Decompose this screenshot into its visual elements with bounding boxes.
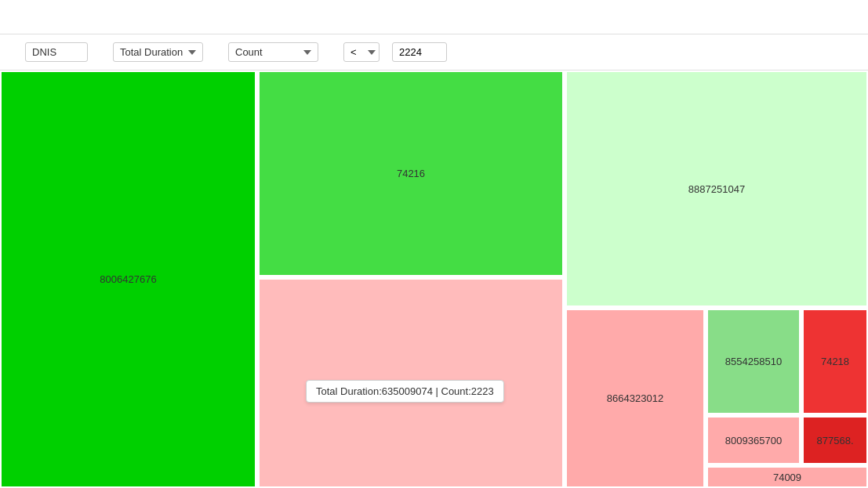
cell-label: 8554258510 (725, 356, 782, 367)
heatmap-cell[interactable]: 8006427676 (0, 70, 256, 488)
heatmap-cell[interactable]: 8664323012 (565, 309, 705, 488)
heatmap-cell[interactable]: 74216 (258, 70, 564, 277)
cell-label: 8664323012 (607, 392, 663, 404)
cell-label: 74218 (821, 356, 849, 367)
heatmap-container: 8006427676742168887251047855642874986643… (0, 70, 868, 488)
title-bar (0, 0, 868, 34)
toolbar: DNIS Total Duration Count Count Total Du… (0, 34, 868, 70)
cell-label: 877568. (817, 435, 854, 446)
heatmap-cell[interactable]: 8554258510 (706, 309, 801, 414)
heatmap-cell[interactable]: 8887251047 (565, 70, 868, 307)
cell-label: 8009365700 (725, 435, 782, 446)
threshold-value-input[interactable] (392, 42, 447, 62)
heatmap-cell[interactable]: 74218 (802, 309, 868, 414)
heatmap-cell[interactable]: 74009 (706, 466, 868, 488)
cell-label: 8556428749 (383, 378, 439, 389)
cell-label: 74216 (397, 168, 425, 179)
heatmap-cell[interactable]: 8009365700 (706, 416, 801, 465)
heatmap-cell[interactable]: 877568. (802, 416, 868, 465)
field-value: DNIS (25, 42, 88, 62)
threshold-operator-select[interactable]: < > = <= >= (343, 42, 380, 62)
cell-label: 8887251047 (688, 183, 745, 195)
cell-label: 8006427676 (100, 273, 156, 285)
size-select[interactable]: Total Duration Count (113, 42, 203, 62)
cell-label: 74009 (773, 472, 801, 483)
color-select[interactable]: Count Total Duration (228, 42, 318, 62)
heatmap-cell[interactable]: 8556428749 (258, 278, 564, 488)
